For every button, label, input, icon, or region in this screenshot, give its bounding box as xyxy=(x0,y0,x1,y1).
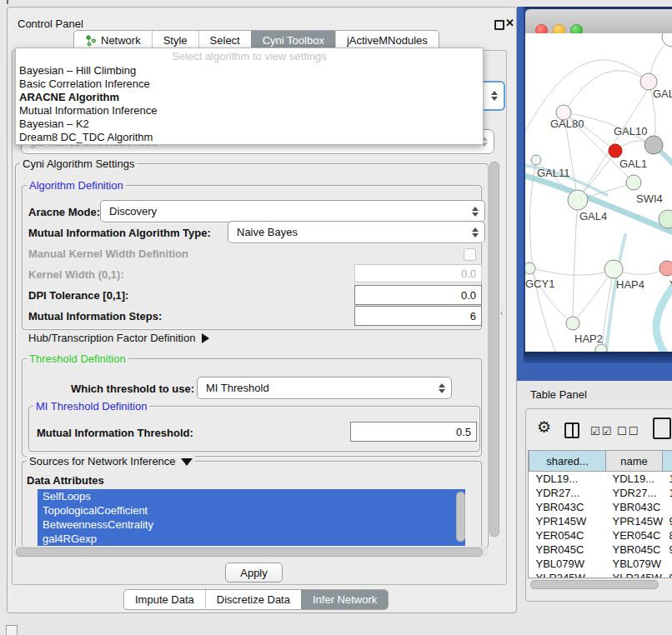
network-edge[interactable] xyxy=(573,200,578,323)
column-header-name[interactable]: name xyxy=(606,451,663,472)
network-node[interactable] xyxy=(595,344,607,352)
collapse-arrow-icon[interactable] xyxy=(202,333,209,343)
network-node-gal4[interactable] xyxy=(568,190,588,210)
table-cell[interactable]: YBR045C xyxy=(529,542,606,557)
expand-arrow-icon[interactable] xyxy=(181,458,193,466)
network-edge[interactable] xyxy=(525,60,647,132)
network-node-y[interactable] xyxy=(659,261,672,276)
table-cell[interactable]: YER054C xyxy=(606,528,663,542)
table-cell[interactable]: YBR045C xyxy=(606,542,663,557)
table-cell[interactable]: YDR27... xyxy=(529,486,606,500)
table-row[interactable]: YLR345WYLR345W9. xyxy=(529,571,672,578)
table-cell[interactable]: YBL079W xyxy=(529,557,606,571)
dropdown-item-basic-correlation-inference[interactable]: Basic Correlation Inference xyxy=(19,78,479,91)
network-node-hap4[interactable] xyxy=(604,260,623,278)
table-row[interactable]: YDR27...YDR27...12 xyxy=(529,486,672,500)
mi-steps-input[interactable]: 6 xyxy=(354,306,482,326)
hub-factor-section[interactable]: Hub/Transcription Factor Definition xyxy=(28,332,209,344)
gear-icon[interactable]: ⚙ xyxy=(537,419,551,435)
table-cell[interactable]: YBR043C xyxy=(606,500,663,514)
network-node-gcy1[interactable] xyxy=(525,262,535,274)
table-cell[interactable] xyxy=(663,500,672,514)
manual-kernel-width-checkbox[interactable] xyxy=(464,248,476,261)
network-edge[interactable] xyxy=(564,70,649,112)
table-cell[interactable]: YLR345W xyxy=(529,571,606,578)
network-canvas[interactable]: GALGAL80GAL10GAL11GAL1GAL4SWI4GCY1HAP4YH… xyxy=(525,33,672,352)
column-header-partial[interactable]: A xyxy=(663,451,672,472)
tab-discretize-data[interactable]: Discretize Data xyxy=(205,590,301,609)
tab-impute-data[interactable]: Impute Data xyxy=(124,590,205,609)
dropdown-item-dream8-dc-tdc-algorithm[interactable]: Dream8 DC_TDC Algorithm xyxy=(19,131,479,144)
network-edge[interactable] xyxy=(529,268,571,322)
table-cell[interactable]: YBL079W xyxy=(606,557,663,571)
checked-pair-icon[interactable]: ☑☑ xyxy=(590,425,613,438)
table-row[interactable]: YPR145WYPR145W9. xyxy=(529,514,672,528)
unchecked-pair-icon[interactable]: ☐☐ xyxy=(617,425,639,438)
network-edge[interactable] xyxy=(574,269,614,322)
table-cell[interactable]: 9. xyxy=(663,542,672,557)
table-cell[interactable]: YDR27... xyxy=(606,486,663,500)
apply-button[interactable]: Apply xyxy=(225,562,283,582)
table-cell[interactable]: 9. xyxy=(663,571,672,578)
kernel-width-input[interactable]: 0.0 xyxy=(354,264,482,282)
table-horizontal-scrollbar-thumb[interactable] xyxy=(530,580,659,589)
table-cell[interactable]: YDL19... xyxy=(529,472,606,487)
network-node-gal10[interactable] xyxy=(644,136,663,154)
attribute-item-betweennesscentrality[interactable]: BetweennessCentrality xyxy=(38,518,465,532)
network-window-titlebar[interactable] xyxy=(525,9,672,34)
network-node-gal11[interactable] xyxy=(531,155,541,165)
data-attributes-list[interactable]: SelfLoopsTopologicalCoefficientBetweenne… xyxy=(38,489,465,547)
dropdown-item-aracne-algorithm[interactable]: ARACNE Algorithm xyxy=(19,91,479,104)
columns-icon[interactable] xyxy=(564,422,579,438)
table-row[interactable]: YDL19...YDL19...13 xyxy=(529,472,672,487)
table-horizontal-scrollbar[interactable] xyxy=(529,579,670,589)
table-row[interactable]: YBL079WYBL079W xyxy=(529,557,672,571)
table-cell[interactable]: YPR145W xyxy=(529,514,606,528)
network-node[interactable] xyxy=(609,144,622,158)
table-cell[interactable]: YPR145W xyxy=(606,514,663,528)
which-threshold-combo[interactable]: MI Threshold xyxy=(197,377,452,399)
tab-infer-network[interactable]: Infer Network xyxy=(301,590,388,609)
table-row[interactable]: YBR043CYBR043C xyxy=(529,500,672,514)
tab-label: Impute Data xyxy=(135,593,194,606)
settings-horizontal-scrollbar-thumb[interactable] xyxy=(16,548,483,557)
document-icon[interactable] xyxy=(653,418,671,439)
sources-title-wrap[interactable]: Sources for Network Inference xyxy=(27,456,195,467)
network-node-gal1[interactable] xyxy=(626,175,641,190)
table-cell[interactable]: YLR345W xyxy=(606,571,663,578)
table-row[interactable]: YER054CYER054C8. xyxy=(529,528,672,542)
column-header-shared-name[interactable]: shared... xyxy=(529,451,606,472)
table-cell[interactable]: 9. xyxy=(663,514,672,528)
settings-vertical-scrollbar[interactable] xyxy=(489,160,500,547)
attribute-item-selfloops[interactable]: SelfLoops xyxy=(38,489,465,503)
table-cell[interactable]: YER054C xyxy=(529,528,606,542)
attribute-item-topologicalcoefficient[interactable]: TopologicalCoefficient xyxy=(38,503,465,518)
panel-resize-grip[interactable]: ‹ xyxy=(500,307,503,319)
network-node-hap2[interactable] xyxy=(566,317,579,330)
dpi-tolerance-input[interactable]: 0.0 xyxy=(354,285,482,305)
network-node[interactable] xyxy=(662,33,672,47)
table-cell[interactable]: YDL19... xyxy=(606,472,663,487)
dropdown-item-mutual-information-inference[interactable]: Mutual Information Inference xyxy=(19,104,479,118)
settings-vertical-scrollbar-thumb[interactable] xyxy=(489,162,499,537)
dropdown-item-bayesian-k2[interactable]: Bayesian – K2 xyxy=(19,118,479,131)
aracne-mode-combo[interactable]: Discovery xyxy=(100,200,485,222)
table-cell[interactable] xyxy=(663,557,672,571)
network-edge[interactable] xyxy=(532,268,614,275)
settings-horizontal-scrollbar[interactable] xyxy=(13,546,489,558)
table-cell[interactable]: 8. xyxy=(663,528,672,542)
table-cell[interactable]: YBR043C xyxy=(529,500,606,514)
mi-algorithm-type-combo[interactable]: Naive Bayes xyxy=(228,221,485,243)
attribute-item-gal4rgexp[interactable]: gal4RGexp xyxy=(38,532,465,546)
close-window-icon[interactable]: ✕ xyxy=(505,17,514,29)
table-row[interactable]: YBR045CYBR045C9. xyxy=(529,542,672,557)
table-cell[interactable]: 13 xyxy=(663,472,672,487)
algorithm-dropdown-items: Bayesian – Hill ClimbingBasic Correlatio… xyxy=(19,64,479,144)
attributes-scrollbar-thumb[interactable] xyxy=(456,492,465,542)
corner-button[interactable] xyxy=(6,625,18,635)
float-window-icon[interactable] xyxy=(494,20,504,30)
dropdown-item-bayesian-hill-climbing[interactable]: Bayesian – Hill Climbing xyxy=(19,64,479,78)
table-cell[interactable]: 12 xyxy=(663,486,672,500)
mi-threshold-input[interactable]: 0.5 xyxy=(350,422,477,442)
network-edge[interactable] xyxy=(529,160,555,352)
